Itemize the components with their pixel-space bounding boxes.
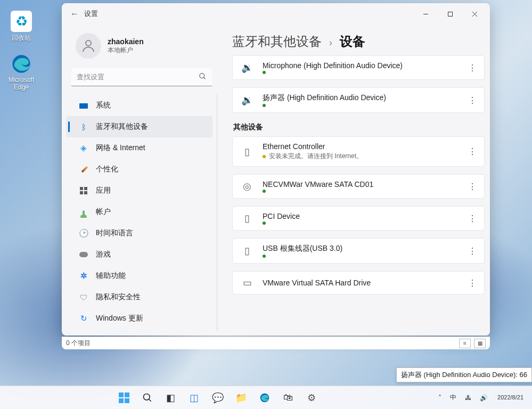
more-button[interactable]: ⋮ [464,214,481,224]
bluetooth-icon: ᛒ [79,122,88,132]
settings-taskbar-button[interactable]: ⚙ [301,388,322,407]
taskbar-clock[interactable]: 2022/8/21 [493,394,528,400]
nav-label: 帐户 [96,207,111,217]
desktop-icon-recycle-bin[interactable]: ♻ 回收站 [2,11,40,43]
system-tray: ˄ 中 🖧 🔊 2022/8/21 [435,393,532,402]
brush-icon [81,166,88,173]
nav-windows-update[interactable]: ↻Windows 更新 [66,308,212,329]
minimize-button[interactable] [413,5,438,22]
nav-label: 应用 [96,186,111,195]
network-icon[interactable]: 🖧 [462,394,474,402]
chevron-right-icon: › [329,37,332,48]
update-icon: ↻ [79,314,88,323]
nav-label: 系统 [96,101,111,110]
section-title-other-devices: 其他设备 [233,122,485,132]
desktop-icon-label: 回收站 [12,34,31,43]
device-card-ethernet[interactable]: ▯ Ethernet Controller 安装未完成。请连接到 Interne… [232,136,485,167]
nav-accessibility[interactable]: ✲辅助功能 [66,265,212,287]
nav-label: 个性化 [96,165,118,174]
nav-accounts[interactable]: 帐户 [66,201,212,223]
file-explorer-button[interactable]: 📁 [231,388,251,407]
svg-point-5 [86,40,91,46]
device-icon: ▯ [240,146,254,158]
start-button[interactable] [114,388,134,407]
device-card-vmware-hdd[interactable]: ▭ VMware Virtual SATA Hard Drive ⋮ [232,271,485,295]
status-dot [263,71,266,74]
nav-personalization[interactable]: 个性化 [66,159,212,180]
device-card-usb-hub[interactable]: ▯ USB 根集线器(USB 3.0) ⋮ [232,238,485,264]
tray-overflow-button[interactable]: ˄ [435,394,445,402]
nav-privacy[interactable]: 🛡隐私和安全性 [66,287,212,308]
speaker-icon: 🔉 [240,62,254,73]
view-grid-button[interactable]: ▦ [474,339,486,348]
more-button[interactable]: ⋮ [464,95,481,105]
back-button[interactable]: ← [65,9,84,19]
chat-button[interactable]: 💬 [208,388,228,407]
window-title: 设置 [84,9,98,19]
edge-taskbar-button[interactable] [255,388,275,407]
svg-line-9 [149,399,151,401]
svg-line-7 [203,77,205,79]
gamepad-icon [79,252,88,257]
nav-label: 游戏 [96,250,111,259]
nav-system[interactable]: 系统 [66,95,212,116]
device-card-pci[interactable]: ▯ PCI Device ⋮ [232,206,485,231]
view-list-button[interactable]: ≡ [459,339,471,348]
more-button[interactable]: ⋮ [464,278,481,288]
device-card-microphone[interactable]: 🔉 Microphone (High Definition Audio Devi… [232,55,485,80]
volume-icon[interactable]: 🔊 [477,394,491,402]
status-dot [263,190,266,193]
disc-icon: ◎ [240,181,254,192]
device-card-cdrom[interactable]: ◎ NECVMWar VMware SATA CD01 ⋮ [232,174,485,199]
shield-icon: 🛡 [79,293,88,302]
status-dot [263,222,266,225]
maximize-button[interactable] [438,5,462,22]
more-button[interactable]: ⋮ [464,182,481,192]
store-button[interactable]: 🛍 [278,388,298,407]
widgets-button[interactable]: ◫ [184,388,204,407]
nav-time-language[interactable]: 🕑时间和语言 [66,223,212,244]
settings-sidebar: zhaokaien 本地帐户 系统 ᛒ蓝牙和其他设备 ◈网络 & Interne… [62,24,222,336]
status-dot [263,104,266,107]
desktop-icon-edge[interactable]: Microsoft Edge [2,53,40,91]
account-type: 本地帐户 [108,46,144,55]
close-button[interactable] [462,5,487,22]
more-button[interactable]: ⋮ [464,146,481,157]
nav-label: 蓝牙和其他设备 [96,122,148,132]
status-dot [263,255,266,258]
ime-indicator[interactable]: 中 [447,393,460,402]
device-icon: ▯ [240,212,254,224]
nav-label: 隐私和安全性 [96,292,141,302]
monitor-icon [79,103,88,109]
nav-network[interactable]: ◈网络 & Internet [66,137,212,159]
device-title: VMware Virtual SATA Hard Drive [263,279,455,287]
explorer-status-bar: 0 个项目 ≡ ▦ [62,337,490,349]
svg-rect-2 [448,12,452,16]
settings-nav: 系统 ᛒ蓝牙和其他设备 ◈网络 & Internet 个性化 应用 帐户 🕑时间… [66,95,217,331]
recycle-bin-icon: ♻ [11,11,32,32]
drive-icon: ▭ [240,277,254,289]
nav-gaming[interactable]: 游戏 [66,244,212,265]
device-subtext: 安装未完成。请连接到 Internet。 [269,152,363,161]
nav-apps[interactable]: 应用 [66,180,212,201]
more-button[interactable]: ⋮ [464,246,481,256]
search-icon [199,72,207,82]
taskbar: ◧ ◫ 💬 📁 🛍 ⚙ ˄ 中 🖧 🔊 2022/8/21 [0,386,532,409]
status-dot [263,155,266,158]
item-count: 0 个项目 [66,339,91,348]
more-button[interactable]: ⋮ [464,63,481,73]
account-row[interactable]: zhaokaien 本地帐户 [66,29,217,66]
desktop-icon-label: Microsoft Edge [2,76,40,91]
device-title: Ethernet Controller [263,142,455,151]
avatar [76,33,101,59]
breadcrumb-parent[interactable]: 蓝牙和其他设备 [232,33,322,50]
task-view-button[interactable]: ◧ [161,388,181,407]
nav-bluetooth-devices[interactable]: ᛒ蓝牙和其他设备 [66,116,212,137]
apps-icon [80,187,87,194]
search-input[interactable] [71,68,212,86]
device-card-speaker[interactable]: 🔉 扬声器 (High Definition Audio Device) ⋮ [232,87,485,113]
device-title: PCI Device [263,212,455,220]
wifi-icon: ◈ [79,143,88,153]
person-icon [83,210,85,215]
taskbar-search-button[interactable] [137,388,158,407]
